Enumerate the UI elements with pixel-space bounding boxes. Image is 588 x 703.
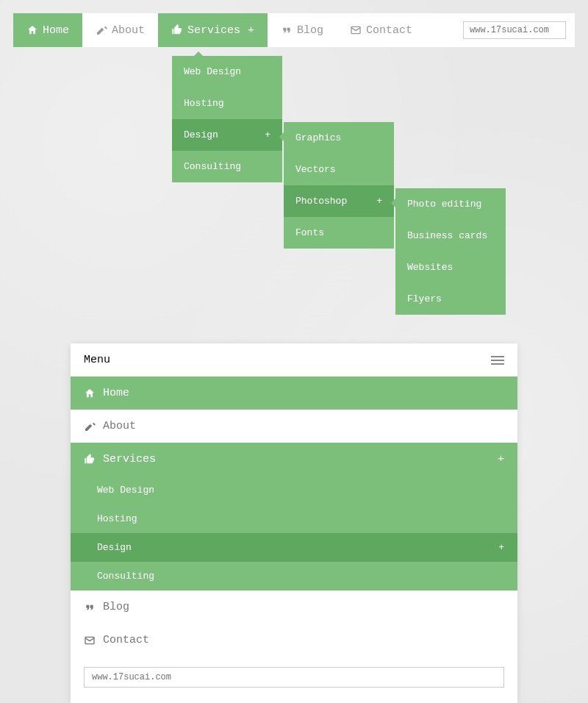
mobile-sub-hosting[interactable]: Hosting <box>71 504 517 533</box>
dd-design[interactable]: Design+ <box>172 119 282 151</box>
dd-photoshop-label: Photoshop <box>295 196 347 207</box>
search-input[interactable] <box>463 21 566 39</box>
plus-icon: + <box>498 453 504 465</box>
plus-icon: + <box>376 196 382 207</box>
nav-about-label: About <box>112 24 145 37</box>
dropdown-services: Web Design Hosting Design+ Consulting <box>172 56 282 182</box>
nav-home[interactable]: Home <box>13 13 82 47</box>
dd-websites[interactable]: Websites <box>395 251 506 283</box>
dd-graphics-label: Graphics <box>295 132 341 143</box>
plus-icon: + <box>248 24 254 37</box>
mobile-search-input[interactable] <box>84 667 504 688</box>
dd-hosting[interactable]: Hosting <box>172 88 282 119</box>
thumbs-up-icon <box>84 454 96 465</box>
envelope-icon <box>84 635 96 646</box>
nav-blog[interactable]: Blog <box>268 13 337 47</box>
mobile-home-label: Home <box>103 387 129 399</box>
mobile-contact[interactable]: Contact <box>71 624 517 657</box>
nav-contact[interactable]: Contact <box>337 13 426 47</box>
home-icon <box>84 388 96 399</box>
plus-icon: + <box>265 129 270 140</box>
top-nav: Home About Services + Blog Contact <box>13 13 575 47</box>
dd-photoshop[interactable]: Photoshop+ <box>284 185 394 217</box>
mobile-search <box>71 657 517 703</box>
hamburger-icon <box>491 356 504 365</box>
envelope-icon <box>350 24 362 36</box>
plus-icon: + <box>498 542 504 553</box>
mobile-menu-label: Menu <box>84 354 110 366</box>
dd-business-cards-label: Business cards <box>407 230 487 241</box>
mobile-contact-label: Contact <box>103 634 149 646</box>
edit-icon <box>84 421 96 432</box>
dd-business-cards[interactable]: Business cards <box>395 220 506 251</box>
quote-icon <box>281 24 293 36</box>
dropdown-photoshop: Photo editing Business cards Websites Fl… <box>395 188 506 315</box>
mobile-blog[interactable]: Blog <box>71 590 517 624</box>
edit-icon <box>96 24 107 36</box>
dd-websites-label: Websites <box>407 262 453 273</box>
dd-hosting-label: Hosting <box>184 98 224 109</box>
dd-vectors[interactable]: Vectors <box>284 154 394 185</box>
mobile-services-label: Services <box>103 453 156 465</box>
mobile-services[interactable]: Services + <box>71 443 517 476</box>
mobile-sub-consulting[interactable]: Consulting <box>71 562 517 590</box>
quote-icon <box>84 602 96 613</box>
mobile-menu: Menu Home About Services + Web Design Ho… <box>71 343 517 703</box>
nav-services[interactable]: Services + <box>158 13 268 47</box>
mobile-home[interactable]: Home <box>71 377 517 410</box>
dd-web-design[interactable]: Web Design <box>172 56 282 88</box>
dd-fonts[interactable]: Fonts <box>284 217 394 249</box>
nav-about[interactable]: About <box>82 13 158 47</box>
mobile-sub-webdesign[interactable]: Web Design <box>71 476 517 504</box>
dropdown-design: Graphics Vectors Photoshop+ Fonts <box>284 122 394 249</box>
mobile-sub-design-label: Design <box>97 542 132 553</box>
dd-web-design-label: Web Design <box>184 66 241 77</box>
dd-design-label: Design <box>184 129 218 140</box>
home-icon <box>26 24 38 36</box>
dd-fonts-label: Fonts <box>295 227 324 238</box>
nav-blog-label: Blog <box>297 24 323 37</box>
mobile-about-label: About <box>103 420 136 432</box>
mobile-sub-consulting-label: Consulting <box>97 571 154 582</box>
dd-flyers-label: Flyers <box>407 293 442 304</box>
dd-flyers[interactable]: Flyers <box>395 283 506 315</box>
nav-home-label: Home <box>43 24 69 37</box>
dd-photo-editing[interactable]: Photo editing <box>395 188 506 220</box>
nav-search <box>463 13 575 47</box>
nav-contact-label: Contact <box>366 24 412 37</box>
dd-consulting[interactable]: Consulting <box>172 151 282 182</box>
dd-consulting-label: Consulting <box>184 161 241 172</box>
mobile-sub-design[interactable]: Design+ <box>71 533 517 562</box>
mobile-blog-label: Blog <box>103 601 129 613</box>
mobile-sub-webdesign-label: Web Design <box>97 485 154 496</box>
mobile-about[interactable]: About <box>71 410 517 443</box>
nav-services-label: Services <box>187 24 240 37</box>
mobile-header[interactable]: Menu <box>71 343 517 377</box>
dd-photo-editing-label: Photo editing <box>407 199 481 210</box>
mobile-sub-hosting-label: Hosting <box>97 513 137 524</box>
thumbs-up-icon <box>171 24 183 36</box>
dd-vectors-label: Vectors <box>295 164 336 175</box>
dd-graphics[interactable]: Graphics <box>284 122 394 154</box>
